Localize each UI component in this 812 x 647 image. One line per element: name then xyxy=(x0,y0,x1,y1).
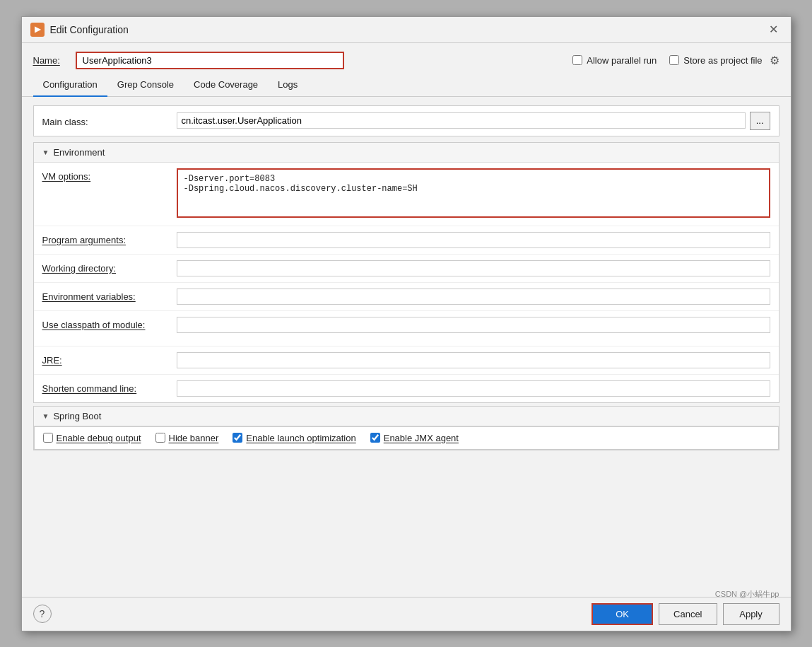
hide-banner-label: Hide banner xyxy=(169,433,219,443)
jre-label: JRE: xyxy=(42,352,177,366)
content-area: Main class: ... ▼ Environment VM options… xyxy=(22,97,791,597)
spring-boot-section: ▼ Spring Boot Enable debug output Hide b… xyxy=(33,406,779,450)
tab-grep-console[interactable]: Grep Console xyxy=(107,75,184,97)
spring-boot-section-label: Spring Boot xyxy=(53,411,101,421)
store-as-project-file-checkbox[interactable] xyxy=(669,55,679,65)
bottom-right: OK Cancel Apply xyxy=(592,603,779,625)
tab-code-coverage[interactable]: Code Coverage xyxy=(184,75,268,97)
enable-debug-label: Enable debug output xyxy=(57,433,141,443)
env-variables-row: Environment variables: xyxy=(34,283,779,311)
classpath-module-label: Use classpath of module: xyxy=(42,317,177,330)
name-label: Name: xyxy=(33,55,67,66)
program-arguments-control xyxy=(177,232,770,248)
shorten-command-line-input[interactable] xyxy=(177,380,770,397)
working-directory-control xyxy=(177,260,770,276)
enable-debug-checkbox[interactable] xyxy=(43,433,53,443)
close-button[interactable]: ✕ xyxy=(765,23,782,37)
vm-options-textarea[interactable]: -Dserver.port=8083 -Dspring.cloud.nacos.… xyxy=(177,168,770,218)
vm-options-row: VM options: -Dserver.port=8083 -Dspring.… xyxy=(34,163,779,226)
environment-section-label: Environment xyxy=(53,147,105,158)
vm-options-control: -Dserver.port=8083 -Dspring.cloud.nacos.… xyxy=(177,168,770,220)
main-class-section: Main class: ... xyxy=(33,105,779,136)
hide-banner-checkbox[interactable] xyxy=(155,433,165,443)
collapse-icon: ▼ xyxy=(42,148,49,156)
shorten-command-line-label: Shorten command line: xyxy=(42,380,177,394)
main-class-row: Main class: ... xyxy=(34,106,779,136)
title-left: ▶ Edit Configuration xyxy=(30,23,129,37)
allow-parallel-run-group: Allow parallel run xyxy=(572,55,657,66)
bottom-bar: ? OK Cancel Apply xyxy=(22,597,791,631)
allow-parallel-run-checkbox[interactable] xyxy=(572,55,582,65)
allow-parallel-run-label: Allow parallel run xyxy=(587,55,657,66)
vm-options-label: VM options: xyxy=(42,168,177,182)
main-class-label: Main class: xyxy=(42,114,177,127)
store-as-project-file-label: Store as project file xyxy=(683,55,762,66)
edit-configuration-dialog: ▶ Edit Configuration ✕ Name: Allow paral… xyxy=(21,16,792,631)
cancel-button[interactable]: Cancel xyxy=(659,603,717,625)
hide-banner-group: Hide banner xyxy=(155,433,219,443)
enable-jmx-group: Enable JMX agent xyxy=(370,433,459,443)
env-variables-input[interactable] xyxy=(177,288,770,305)
help-button[interactable]: ? xyxy=(33,605,52,623)
enable-jmx-checkbox[interactable] xyxy=(370,433,380,443)
program-arguments-input[interactable] xyxy=(177,232,770,248)
spring-boot-section-header[interactable]: ▼ Spring Boot xyxy=(34,407,779,426)
enable-debug-group: Enable debug output xyxy=(43,433,141,443)
environment-section: ▼ Environment VM options: -Dserver.port=… xyxy=(33,142,779,403)
classpath-module-input[interactable] xyxy=(177,317,770,333)
main-class-input[interactable] xyxy=(177,112,746,129)
gear-icon[interactable]: ⚙ xyxy=(770,54,779,67)
title-bar: ▶ Edit Configuration ✕ xyxy=(22,17,791,43)
enable-jmx-label: Enable JMX agent xyxy=(384,433,459,443)
browse-button[interactable]: ... xyxy=(750,112,770,130)
name-row: Name: Allow parallel run Store as projec… xyxy=(22,43,791,75)
tab-logs[interactable]: Logs xyxy=(268,75,307,97)
dialog-icon: ▶ xyxy=(30,23,45,37)
jre-control xyxy=(177,352,770,368)
env-variables-control xyxy=(177,288,770,305)
env-variables-label: Environment variables: xyxy=(42,288,177,302)
store-as-project-file-group: Store as project file ⚙ xyxy=(669,54,779,67)
scroll-container[interactable]: Main class: ... ▼ Environment VM options… xyxy=(22,97,791,597)
classpath-module-row: Use classpath of module: xyxy=(34,311,779,346)
program-arguments-label: Program arguments: xyxy=(42,232,177,245)
spring-boot-collapse-icon: ▼ xyxy=(42,412,49,420)
bottom-left: ? xyxy=(33,605,52,623)
enable-launch-checkbox[interactable] xyxy=(233,433,242,443)
name-options: Allow parallel run Store as project file… xyxy=(572,54,779,67)
environment-section-header[interactable]: ▼ Environment xyxy=(34,143,779,163)
name-input[interactable] xyxy=(76,52,344,69)
enable-launch-group: Enable launch optimization xyxy=(233,433,355,443)
working-directory-input[interactable] xyxy=(177,260,770,276)
program-arguments-row: Program arguments: xyxy=(34,226,779,255)
ok-button[interactable]: OK xyxy=(592,603,653,625)
working-directory-row: Working directory: xyxy=(34,255,779,283)
jre-row: JRE: xyxy=(34,346,779,375)
shorten-command-line-row: Shorten command line: xyxy=(34,375,779,402)
spring-boot-options: Enable debug output Hide banner Enable l… xyxy=(34,426,779,450)
working-directory-label: Working directory: xyxy=(42,260,177,274)
watermark: CSDN @小蜗牛pp xyxy=(715,589,779,600)
jre-input[interactable] xyxy=(177,352,770,368)
shorten-command-line-control xyxy=(177,380,770,397)
tab-configuration[interactable]: Configuration xyxy=(33,75,107,97)
apply-button[interactable]: Apply xyxy=(723,603,779,625)
enable-launch-label: Enable launch optimization xyxy=(246,433,355,443)
dialog-title: Edit Configuration xyxy=(50,24,129,35)
tabs-bar: Configuration Grep Console Code Coverage… xyxy=(22,75,791,97)
classpath-module-control xyxy=(177,317,770,333)
